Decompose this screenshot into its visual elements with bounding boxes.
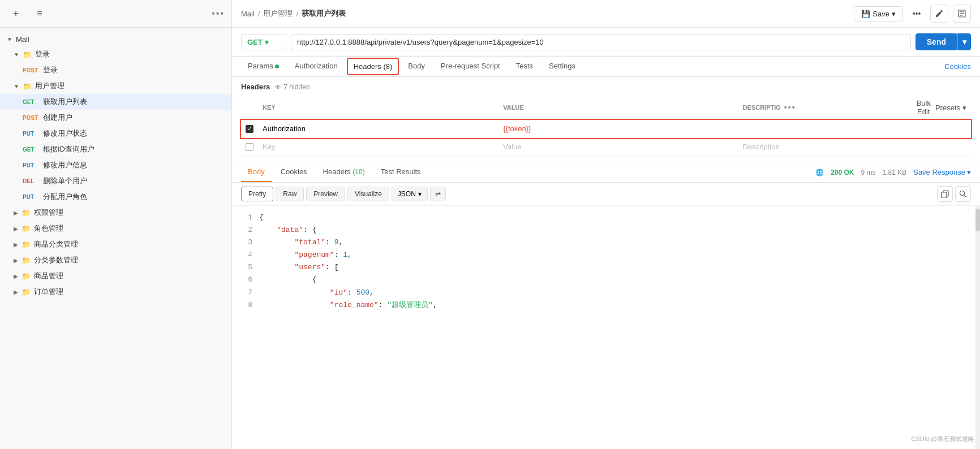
sidebar-folder-user-mgmt[interactable]: ▼ 📁 用户管理 <box>0 78 231 94</box>
code-content[interactable]: 1 { 2 "data": { 3 "total": 9, 4 "pagenum… <box>232 206 980 449</box>
sidebar-root-mall[interactable]: ▼ Mall <box>0 32 231 46</box>
folder-icon: 📁 <box>22 272 31 280</box>
pretty-button[interactable]: Pretty <box>241 187 273 201</box>
filter-button[interactable]: ≡ <box>31 5 49 23</box>
sidebar-folder-cat-params[interactable]: ▶ 📁 分类参数管理 <box>0 252 231 268</box>
send-dropdown-button[interactable]: ▾ <box>957 33 971 50</box>
sidebar-item-put-user-info[interactable]: PUT 修改用户信息 <box>0 157 231 173</box>
code-line-6: 6 { <box>241 274 971 286</box>
new-key-cell[interactable]: Key <box>258 138 498 156</box>
headers-table: KEY VALUE DESCRIPTIO ••• Bulk Edit Prese… <box>241 96 971 156</box>
method-badge: PUT <box>23 162 40 169</box>
copy-button[interactable] <box>937 186 953 202</box>
tab-authorization[interactable]: Authorization <box>288 57 345 76</box>
sidebar: + ≡ ••• ▼ Mall ▼ 📁 登录 POST 登录 ▼ 📁 用户管理 G… <box>0 0 232 449</box>
nav-item-label: 修改用户状态 <box>43 128 87 139</box>
eye-icon: 👁 <box>274 83 281 91</box>
response-tab-body[interactable]: Body <box>241 162 272 182</box>
new-action-cell <box>912 138 971 156</box>
sidebar-folder-product-cat-label: 商品分类管理 <box>34 239 78 249</box>
status-ok-badge: 200 OK <box>831 169 854 176</box>
copy-icon <box>941 190 949 198</box>
tab-settings[interactable]: Settings <box>542 57 582 76</box>
code-lines: 1 { 2 "data": { 3 "total": 9, 4 "pagenum… <box>241 211 971 312</box>
add-button[interactable]: + <box>7 5 25 23</box>
url-input[interactable] <box>291 34 911 50</box>
method-select[interactable]: GET ▾ <box>241 34 286 50</box>
response-tab-headers[interactable]: Headers (10) <box>316 162 372 182</box>
sidebar-folder-permissions[interactable]: ▶ 📁 权限管理 <box>0 205 231 221</box>
sidebar-item-del-user[interactable]: DEL 删除单个用户 <box>0 173 231 189</box>
nav-item-label: 修改用户信息 <box>43 160 87 170</box>
sidebar-item-put-user-status[interactable]: PUT 修改用户状态 <box>0 126 231 141</box>
notes-button[interactable] <box>953 5 971 23</box>
sidebar-item-post-login[interactable]: POST 登录 <box>0 62 231 78</box>
breadcrumb-mall[interactable]: Mall <box>241 10 255 18</box>
header-enabled-checkbox[interactable] <box>246 125 253 133</box>
header-value-cell[interactable]: {{token}} <box>498 120 738 138</box>
new-value-cell[interactable]: Value <box>498 138 738 156</box>
breadcrumb-user-mgmt[interactable]: 用户管理 <box>263 8 293 19</box>
sidebar-item-get-users[interactable]: GET 获取用户列表 <box>0 94 231 110</box>
header-key-cell[interactable]: Authorization <box>258 120 498 138</box>
top-bar-more-button[interactable]: ••• <box>908 5 926 23</box>
chevron-right-icon: ▶ <box>14 289 18 295</box>
cookies-link[interactable]: Cookies <box>944 57 971 76</box>
col-checkbox <box>241 96 258 120</box>
save-response-button[interactable]: Save Response ▾ <box>913 168 971 176</box>
edit-button[interactable] <box>930 5 948 23</box>
scrollbar-track <box>975 206 980 449</box>
visualize-button[interactable]: Visualize <box>347 187 389 201</box>
breadcrumb-sep2: / <box>296 10 298 18</box>
save-button[interactable]: 💾 Save ▾ <box>854 6 903 21</box>
sidebar-folder-products[interactable]: ▶ 📁 商品管理 <box>0 268 231 284</box>
tab-tests[interactable]: Tests <box>509 57 540 76</box>
sidebar-header-left: + ≡ <box>7 5 49 23</box>
format-select[interactable]: JSON ▾ <box>392 187 428 201</box>
col-value: VALUE <box>498 96 738 120</box>
breadcrumb-current: 获取用户列表 <box>302 8 346 19</box>
sidebar-nav: ▼ Mall ▼ 📁 登录 POST 登录 ▼ 📁 用户管理 GET 获取用户列… <box>0 28 231 449</box>
search-code-button[interactable] <box>955 186 971 202</box>
raw-button[interactable]: Raw <box>276 187 304 201</box>
sidebar-folder-roles[interactable]: ▶ 📁 角色管理 <box>0 221 231 236</box>
scrollbar-thumb[interactable] <box>975 209 980 231</box>
wrap-button[interactable]: ⇌ <box>430 187 446 201</box>
status-size: 1.81 KB <box>883 169 907 176</box>
preview-button[interactable]: Preview <box>306 187 345 201</box>
method-badge: DEL <box>23 178 40 184</box>
send-button[interactable]: Send <box>915 33 957 50</box>
checkbox-wrapper <box>246 125 253 133</box>
sidebar-folder-login[interactable]: ▼ 📁 登录 <box>0 46 231 62</box>
globe-icon: 🌐 <box>815 169 824 176</box>
tab-body[interactable]: Body <box>401 57 432 76</box>
bulk-edit-button[interactable]: Bulk Edit <box>917 99 931 116</box>
method-badge: GET <box>23 99 40 105</box>
response-tab-test-results[interactable]: Test Results <box>374 162 428 182</box>
new-row-checkbox[interactable] <box>246 143 253 151</box>
sidebar-item-put-assign-role[interactable]: PUT 分配用户角色 <box>0 189 231 205</box>
header-row-authorization: Authorization {{token}} <box>241 120 971 138</box>
presets-button[interactable]: Presets ▾ <box>935 103 966 112</box>
code-line-1: 1 { <box>241 211 971 224</box>
header-desc-cell[interactable] <box>738 120 912 138</box>
sidebar-item-post-create-user[interactable]: POST 创建用户 <box>0 110 231 126</box>
tab-params[interactable]: Params <box>241 57 286 76</box>
new-desc-placeholder: Description <box>743 143 780 151</box>
sidebar-folder-product-cat[interactable]: ▶ 📁 商品分类管理 <box>0 236 231 252</box>
edit-icon <box>935 10 943 18</box>
new-desc-cell[interactable]: Description <box>738 138 912 156</box>
headers-title: Headers <box>241 83 270 91</box>
sidebar-more-button[interactable]: ••• <box>212 8 225 19</box>
nav-item-label: 登录 <box>43 65 58 75</box>
response-tab-cookies[interactable]: Cookies <box>274 162 314 182</box>
tab-headers[interactable]: Headers (8) <box>347 58 399 75</box>
code-line-8: 8 "role_name": "超级管理员", <box>241 299 971 312</box>
sidebar-folder-orders[interactable]: ▶ 📁 订单管理 <box>0 284 231 300</box>
chevron-right-icon: ▶ <box>14 257 18 264</box>
sidebar-folder-permissions-label: 权限管理 <box>34 208 63 218</box>
format-label: JSON <box>398 190 416 198</box>
tab-pre-request[interactable]: Pre-request Script <box>434 57 507 76</box>
col-more-icon[interactable]: ••• <box>784 103 796 112</box>
sidebar-item-get-user-by-id[interactable]: GET 根据ID查询用户 <box>0 141 231 157</box>
